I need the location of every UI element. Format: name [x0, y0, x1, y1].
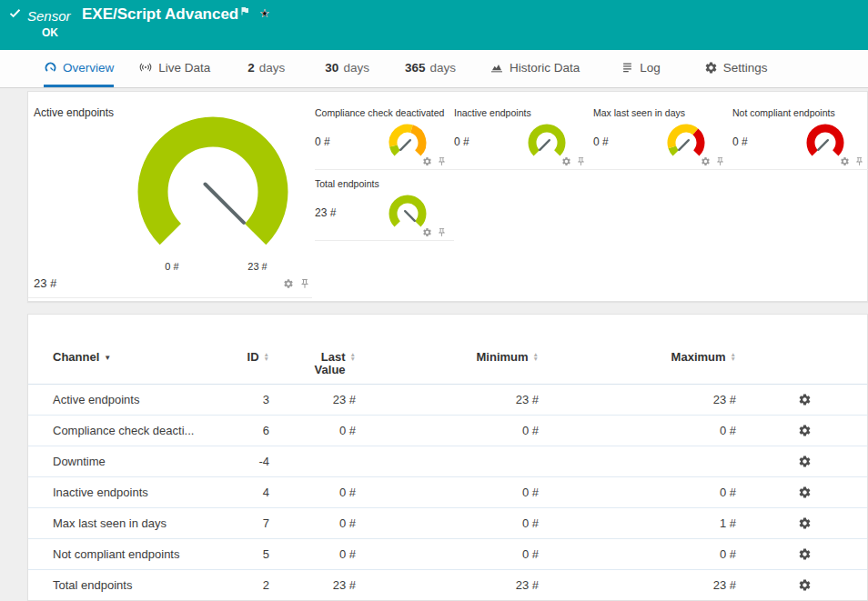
sensor-header: Sensor EXE/Script Advanced ★★★☆☆ OK [0, 0, 868, 50]
gauge-actions [422, 156, 447, 166]
channel-name: Compliance check deacti... [53, 424, 222, 437]
sort-icon: ▲▼ [731, 352, 736, 361]
sort-caret-icon: ▼ [104, 354, 111, 362]
channel-last-value: 0 # [269, 486, 356, 499]
object-kind-label: Sensor [27, 8, 71, 24]
pin-icon[interactable] [576, 156, 586, 166]
channel-id: 7 [222, 516, 269, 530]
pin-icon[interactable] [437, 227, 447, 237]
channel-id: -4 [222, 455, 269, 468]
pin-icon[interactable] [299, 278, 310, 289]
gauge-actions [561, 156, 586, 166]
gauge-tile: Inactive endpoints0 # [454, 105, 593, 170]
col-header-channel[interactable]: Channel▼ [53, 351, 222, 364]
col-header-label: ID [247, 351, 259, 364]
channel-name: Total endpoints [53, 578, 222, 592]
channel-row[interactable]: Compliance check deacti...60 #0 #0 # [28, 416, 867, 446]
tab-label: days [343, 61, 369, 75]
tab-2-days[interactable]: 2days [247, 50, 285, 87]
channel-id: 5 [222, 547, 269, 561]
gear-icon[interactable] [422, 156, 432, 166]
channel-minimum: 0 # [356, 424, 539, 437]
col-header-label: Minimum [477, 351, 529, 364]
channel-last-value: 0 # [269, 424, 356, 437]
historic-data-icon [490, 60, 504, 75]
gear-icon[interactable] [840, 156, 850, 166]
channel-name: Active endpoints [53, 393, 222, 406]
gear-icon[interactable] [561, 156, 571, 166]
col-header-label: Maximum [671, 351, 726, 364]
live-data-icon [138, 60, 153, 75]
channel-row[interactable]: Total endpoints223 #23 #23 # [28, 570, 867, 601]
channel-settings-gear-icon[interactable] [798, 516, 812, 530]
channel-minimum: 23 # [356, 393, 539, 406]
channel-settings-gear-icon[interactable] [798, 578, 812, 592]
tab-settings[interactable]: Settings [704, 50, 768, 87]
channel-settings-gear-icon[interactable] [798, 424, 812, 437]
tab-historic-data[interactable]: Historic Data [490, 50, 580, 87]
col-header-id[interactable]: ID▲▼ [222, 351, 269, 364]
tab-30-days[interactable]: 30days [325, 50, 369, 87]
pin-icon[interactable] [715, 156, 725, 166]
channel-row[interactable]: Inactive endpoints40 #0 #0 # [28, 477, 867, 508]
gauge-value: 0 # [315, 135, 330, 148]
gear-icon[interactable] [701, 156, 711, 166]
pin-icon[interactable] [437, 156, 447, 166]
gauge-dial-large [126, 110, 299, 275]
col-header-last-value[interactable]: Last Value▲▼ [269, 351, 356, 376]
gauge-title: Active endpoints [34, 106, 114, 119]
channel-last-value: 23 # [269, 578, 356, 592]
tab-live-data[interactable]: Live Data [138, 50, 210, 87]
col-header-minimum[interactable]: Minimum▲▼ [356, 351, 539, 364]
tab-log[interactable]: Log [621, 50, 661, 87]
gauge-scale-min: 0 # [152, 261, 192, 272]
channel-id: 4 [222, 486, 269, 499]
channel-id: 6 [222, 424, 269, 437]
gauge-title: Not compliant endpoints [732, 105, 863, 118]
gauge-value: 0 # [593, 135, 609, 148]
channel-row[interactable]: Max last seen in days70 #0 #1 # [28, 508, 867, 539]
gauge-actions [840, 156, 864, 166]
col-header-label: Last Value [306, 351, 346, 376]
tab-overview[interactable]: Overview [44, 50, 114, 87]
tab-number: 2 [247, 61, 255, 75]
channel-minimum: 0 # [356, 547, 539, 561]
tab-365-days[interactable]: 365days [405, 50, 456, 87]
tab-number: 30 [325, 61, 338, 75]
col-header-maximum[interactable]: Maximum▲▼ [539, 351, 736, 364]
gear-icon[interactable] [422, 227, 432, 237]
channel-settings-gear-icon[interactable] [798, 486, 812, 499]
gear-icon[interactable] [283, 278, 294, 289]
gauge-value: 0 # [454, 135, 469, 148]
channel-settings-gear-icon[interactable] [798, 393, 812, 406]
channel-settings-cell [736, 547, 845, 561]
col-header-label: Channel [53, 351, 99, 364]
sensor-status: OK [42, 26, 58, 39]
channel-id: 3 [222, 393, 269, 406]
gauge-tile-large: Active endpoints 0 # 23 # 23 # [28, 92, 312, 303]
tab-label: Settings [723, 61, 768, 75]
channel-row[interactable]: Active endpoints323 #23 #23 # [28, 385, 867, 416]
overview-icon [44, 61, 57, 75]
channel-minimum: 0 # [356, 516, 539, 530]
tab-label: Live Data [158, 61, 210, 75]
tab-bar: OverviewLive Data2days30days365daysHisto… [0, 50, 868, 88]
channel-row[interactable]: Not compliant endpoints50 #0 #0 # [28, 539, 867, 570]
gauge-tile: Total endpoints23 # [315, 175, 454, 241]
channel-settings-gear-icon[interactable] [798, 455, 812, 468]
channel-row[interactable]: Downtime-4 [28, 446, 867, 477]
channel-maximum: 0 # [539, 547, 736, 561]
star-empty-icon[interactable]: ☆ [259, 6, 271, 20]
channel-settings-gear-icon[interactable] [798, 547, 812, 561]
tab-label: days [259, 61, 286, 75]
pin-icon[interactable] [854, 156, 864, 166]
channel-maximum: 0 # [539, 486, 736, 499]
gauge-tile: Compliance check deactivated0 # [315, 105, 454, 170]
channel-maximum: 0 # [539, 424, 736, 437]
channel-name: Downtime [53, 455, 222, 468]
channel-last-value: 0 # [269, 516, 356, 530]
channel-settings-cell [736, 455, 845, 468]
channel-maximum: 23 # [539, 393, 736, 406]
channel-settings-cell [736, 578, 845, 592]
gear-icon [704, 61, 718, 75]
